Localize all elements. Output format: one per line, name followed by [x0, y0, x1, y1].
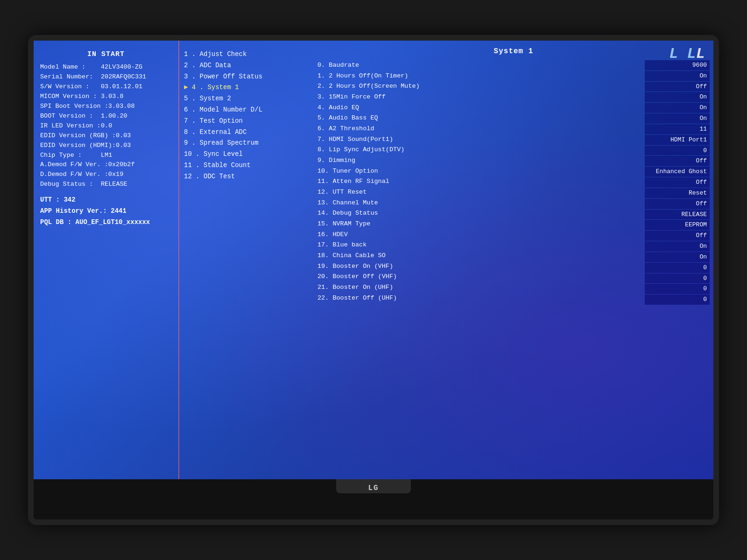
system-value: 0	[645, 146, 710, 156]
info-row: D.Demod F/W Ver. :0x19	[40, 170, 172, 180]
system-label: 5. Audio Bass EQ	[317, 113, 637, 124]
system-label: 16. HDEV	[317, 230, 637, 240]
tv-stand: LG	[336, 479, 411, 493]
system-value: On	[645, 71, 710, 81]
system-label: 8. Lip Sync Adjust(DTV)	[317, 145, 637, 155]
system-label: 11. Atten RF Signal	[317, 176, 637, 187]
info-value: 03.01.12.01	[101, 82, 142, 92]
menu-item[interactable]: 9 . Spread Spectrum	[184, 138, 309, 149]
system-label: 3. 15Min Force Off	[317, 92, 637, 103]
system-label: 14. Debug Status	[317, 208, 637, 219]
menu-item[interactable]: 8 . External ADC	[184, 127, 309, 138]
system-value: Enhanced Ghost	[645, 167, 710, 177]
system-value: Off	[645, 82, 710, 92]
system-label: 17. Blue back	[317, 240, 637, 251]
system-label: 18. China Cable SO	[317, 251, 637, 261]
info-value: 3.03.8	[101, 92, 124, 102]
menu-item[interactable]: 3 . Power Off Status	[184, 71, 309, 83]
system-value: HDMI Port1	[645, 135, 710, 145]
info-label: MICOM Version :	[40, 92, 101, 102]
info-value: 3.03.08	[108, 102, 135, 112]
info-label: A.Demod F/W Ver. :	[40, 160, 108, 170]
extra-info: UTT : 342APP History Ver.: 2441PQL DB : …	[40, 195, 172, 227]
extra-row: UTT : 342	[40, 195, 172, 205]
info-rows: Model Name :42LV3400-ZGSerial Number:202…	[40, 63, 172, 189]
left-panel: IN START Model Name :42LV3400-ZGSerial N…	[34, 41, 178, 479]
info-value: 1.00.20	[101, 112, 127, 121]
extra-row: APP History Ver.: 2441	[40, 206, 172, 217]
menu-item[interactable]: 6 . Model Number D/L	[184, 105, 309, 116]
menu-item[interactable]: 1 . Adjust Check	[184, 49, 309, 60]
system-value: On	[645, 241, 710, 252]
system-value: 0	[645, 294, 710, 305]
info-row: Chip Type :LM1	[40, 151, 172, 161]
lg-logo: LG	[368, 484, 379, 492]
info-label: IR LED Version :	[40, 121, 101, 131]
info-label: S/W Version :	[40, 82, 101, 92]
info-label: D.Demod F/W Ver. :	[40, 170, 108, 180]
system-value: Off	[645, 199, 710, 209]
info-value: 0.0	[101, 121, 112, 131]
system-label: 13. Channel Mute	[317, 198, 637, 209]
info-row: IR LED Version :0.0	[40, 121, 172, 131]
system-label: 15. NVRAM Type	[317, 219, 637, 230]
right-panel: System 1 0. Baudrate1. 2 Hours Off(On Ti…	[314, 41, 713, 479]
system-label: 6. A2 Threshold	[317, 124, 637, 134]
system-value: Off	[645, 177, 710, 188]
system-value: On	[645, 103, 710, 113]
system-value: 0	[645, 284, 710, 294]
menu-item[interactable]: 5 . System 2	[184, 93, 309, 105]
menu-item[interactable]: 12 . ODC Test	[184, 171, 309, 182]
info-label: SPI Boot Version :	[40, 102, 108, 112]
info-label: Chip Type :	[40, 151, 101, 161]
extra-row: PQL DB : AUO_EF_LGT10_xxxxxx	[40, 217, 172, 228]
system-label: 7. HDMI Sound(Port1)	[317, 134, 637, 145]
system-label: 22. Booster Off (UHF)	[317, 293, 637, 304]
info-row: Debug Status :RELEASE	[40, 180, 172, 189]
system-value: Off	[645, 231, 710, 241]
info-value: 42LV3400-ZG	[101, 63, 142, 72]
system-label: 21. Booster On (UHF)	[317, 282, 637, 293]
info-label: BOOT Version :	[40, 112, 101, 121]
info-row: BOOT Version :1.00.20	[40, 112, 172, 121]
system-label: 2. 2 Hours Off(Screen Mute)	[317, 81, 637, 92]
menu-list: 1 . Adjust Check2 . ADC Data3 . Power Of…	[184, 49, 309, 182]
lg-brand-icon: LL	[669, 45, 705, 63]
menu-item[interactable]: 10 . Sync Level	[184, 149, 309, 160]
info-row: SPI Boot Version :3.03.08	[40, 102, 172, 112]
menu-item[interactable]: 11 . Stable Count	[184, 160, 309, 171]
system-labels: 0. Baudrate1. 2 Hours Off(On Timer)2. 2 …	[314, 60, 641, 475]
info-value: 0x19	[108, 170, 123, 180]
menu-item[interactable]: ► 4 . System 1	[184, 82, 309, 93]
system-label: 4. Audio EQ	[317, 103, 637, 113]
menu-item[interactable]: 7 . Test Option	[184, 116, 309, 127]
info-label: Debug Status :	[40, 180, 101, 189]
system-label: 0. Baudrate	[317, 60, 637, 71]
system-label: 20. Booster Off (VHF)	[317, 272, 637, 282]
info-row: EDID Version (HDMI):0.03	[40, 141, 172, 151]
info-value: 0.03	[116, 141, 131, 151]
info-value: LM1	[101, 151, 112, 161]
info-row: Model Name :42LV3400-ZG	[40, 63, 172, 72]
system-value: 0	[645, 273, 710, 284]
system-label: 10. Tuner Option	[317, 166, 637, 177]
info-row: EDID Version (RGB) :0.03	[40, 131, 172, 141]
system-label: 9. Dimming	[317, 155, 637, 166]
info-label: EDID Version (HDMI):	[40, 141, 116, 151]
info-row: Serial Number:202RAFQ0C331	[40, 72, 172, 82]
info-row: A.Demod F/W Ver. :0x20b2f	[40, 160, 172, 170]
middle-panel: 1 . Adjust Check2 . ADC Data3 . Power Of…	[178, 41, 314, 479]
in-start-title: IN START	[40, 49, 172, 60]
system-value: Reset	[645, 188, 710, 198]
menu-item[interactable]: 2 . ADC Data	[184, 60, 309, 71]
system-value: On	[645, 252, 710, 262]
system-value: RELEASE	[645, 210, 710, 220]
system-label: 19. Booster On (VHF)	[317, 261, 637, 272]
system-value: Off	[645, 156, 710, 166]
system-label: 1. 2 Hours Off(On Timer)	[317, 71, 637, 82]
info-value: RELEASE	[101, 180, 127, 189]
info-row: S/W Version :03.01.12.01	[40, 82, 172, 92]
info-row: MICOM Version :3.03.8	[40, 92, 172, 102]
info-label: Model Name :	[40, 63, 101, 72]
system-label: 12. UTT Reset	[317, 187, 637, 198]
